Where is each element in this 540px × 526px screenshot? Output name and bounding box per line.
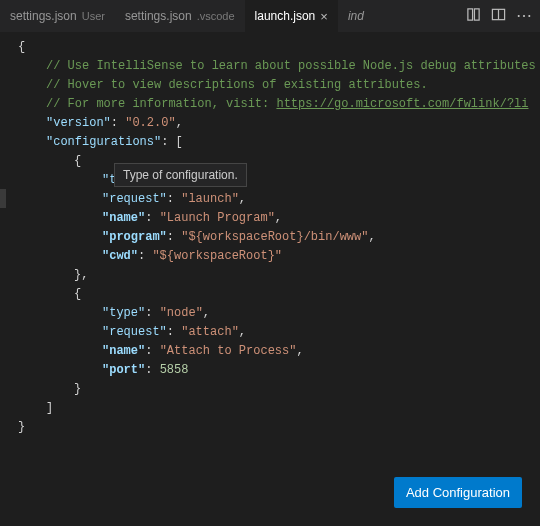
json-key: "request" bbox=[102, 192, 167, 206]
json-string: "Launch Program" bbox=[160, 211, 275, 225]
tab-label: launch.json bbox=[255, 9, 316, 23]
tab-ind[interactable]: ind bbox=[338, 0, 374, 32]
close-icon[interactable]: × bbox=[320, 10, 328, 23]
json-key: "configurations" bbox=[46, 135, 161, 149]
tab-settings-user[interactable]: settings.json User bbox=[0, 0, 115, 32]
json-string: "Attach to Process" bbox=[160, 344, 297, 358]
hover-tooltip: Type of configuration. bbox=[114, 163, 247, 187]
comment: // Use IntelliSense to learn about possi… bbox=[46, 59, 536, 73]
brace: { bbox=[74, 154, 81, 168]
json-key: "cwd" bbox=[102, 249, 138, 263]
compare-icon[interactable] bbox=[466, 7, 481, 25]
json-key: "type" bbox=[102, 306, 145, 320]
brace: } bbox=[18, 420, 25, 434]
brace: { bbox=[18, 40, 25, 54]
tab-desc: User bbox=[82, 10, 105, 22]
tab-settings-vscode[interactable]: settings.json .vscode bbox=[115, 0, 245, 32]
svg-rect-0 bbox=[468, 9, 473, 20]
brace: }, bbox=[74, 268, 88, 282]
json-key: "version" bbox=[46, 116, 111, 130]
json-string: "node" bbox=[160, 306, 203, 320]
svg-rect-1 bbox=[474, 9, 479, 20]
json-string: "attach" bbox=[181, 325, 239, 339]
json-string: "launch" bbox=[181, 192, 239, 206]
bracket: ] bbox=[46, 401, 53, 415]
brace: { bbox=[74, 287, 81, 301]
tab-label: settings.json bbox=[10, 9, 77, 23]
json-string: "${workspaceRoot}" bbox=[152, 249, 282, 263]
brace: } bbox=[74, 382, 81, 396]
split-editor-icon[interactable] bbox=[491, 7, 506, 25]
json-string: "${workspaceRoot}/bin/www" bbox=[181, 230, 368, 244]
comment: // Hover to view descriptions of existin… bbox=[46, 78, 428, 92]
json-key: "name" bbox=[102, 344, 145, 358]
code-editor[interactable]: { // Use IntelliSense to learn about pos… bbox=[0, 32, 540, 437]
tab-label: ind bbox=[348, 9, 364, 23]
editor-tabs: settings.json User settings.json .vscode… bbox=[0, 0, 540, 32]
json-number: 5858 bbox=[160, 363, 189, 377]
json-string: "0.2.0" bbox=[125, 116, 175, 130]
tab-desc: .vscode bbox=[197, 10, 235, 22]
json-key: "program" bbox=[102, 230, 167, 244]
add-configuration-button[interactable]: Add Configuration bbox=[394, 477, 522, 508]
tab-launch-json[interactable]: launch.json × bbox=[245, 0, 338, 32]
json-key: "name" bbox=[102, 211, 145, 225]
doc-link[interactable]: https://go.microsoft.com/fwlink/?li bbox=[276, 97, 528, 111]
comment: // For more information, visit: bbox=[46, 97, 276, 111]
tab-label: settings.json bbox=[125, 9, 192, 23]
json-key: "request" bbox=[102, 325, 167, 339]
more-icon[interactable]: ⋯ bbox=[516, 8, 532, 24]
json-key: "port" bbox=[102, 363, 145, 377]
